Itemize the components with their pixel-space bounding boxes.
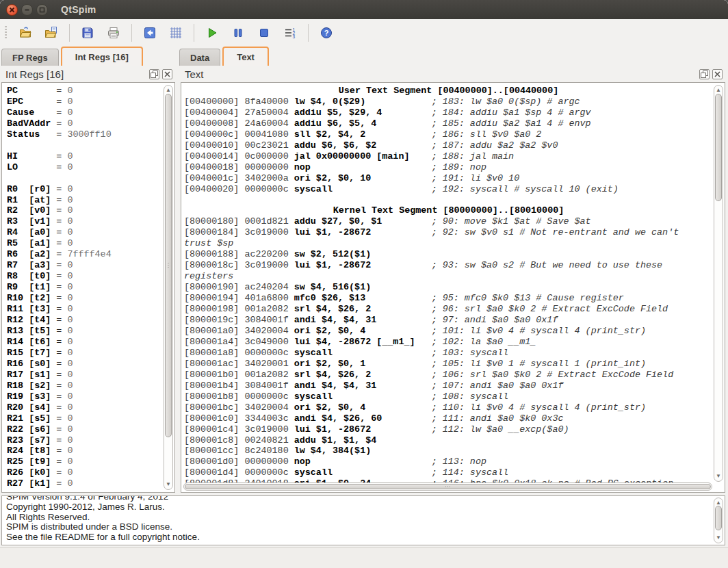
float-icon [701,70,708,78]
code-line: [80000180] 0001d821 addu $27, $0, $1 ; 9… [184,216,713,227]
minimize-window-button[interactable] [21,4,33,16]
code-line: [80000198] 001a2082 srl $4, $26, 2 ; 96:… [184,304,713,315]
folder-document-icon[interactable] [42,24,60,42]
numbered-list-icon[interactable]: 123 [281,24,299,42]
open-folder-icon[interactable] [16,24,34,42]
toolbar-drag-handle[interactable] [5,26,7,40]
help-icon[interactable]: ? [317,24,335,42]
register-list: PC = 0EPC = 0Cause = 0BadVAddr = 0Status… [2,83,163,492]
text-panel: User Text Segment [00400000]..[00440000]… [181,82,725,493]
int-regs-float-button[interactable] [149,69,159,79]
code-line: [00400018] 00000000 nop ; 189: nop [184,162,713,173]
right-tabbar: DataText [179,47,271,66]
register-row: R21 [s5] = 0 [7,413,163,424]
scroll-down-arrow-icon[interactable]: ▼ [714,474,723,479]
code-line: [800001a8] 0000000c syscall ; 103: sysca… [184,348,713,359]
maximize-window-button[interactable] [36,4,48,16]
code-line: [800001c4] 3c019000 lui $1, -28672 ; 112… [184,424,713,435]
grid-icon[interactable] [167,24,185,42]
toolbar: 123? [0,19,728,47]
toolbar-separator [308,24,309,42]
toolbar-separator [194,24,194,42]
tab-row: FP RegsInt Regs [16] DataText [0,47,728,66]
code-line: [00400014] 0c000000 jal 0x00000000 [main… [184,151,713,162]
text-horizontal-thumb[interactable] [185,484,711,489]
scrollbar-grip [168,263,169,268]
status-bar [0,547,728,568]
register-row: R8 [t0] = 0 [7,271,163,282]
code-line: [8000018c] 3c019000 lui $1, -28672 ; 93:… [184,260,713,271]
code-line: [00400008] 24a60004 addiu $6, $5, 4 ; 18… [184,118,713,129]
tab-data[interactable]: Data [179,49,220,66]
register-row: R18 [s2] = 0 [7,380,163,391]
registers-scrollbar-thumb[interactable] [165,94,172,437]
code-line: [800001a0] 34020004 ori $2, $0, 4 ; 101:… [184,326,713,337]
register-row: R19 [s3] = 0 [7,391,163,402]
toolbar-items: 123? [12,24,339,42]
code-line: [80000188] ac220200 sw $2, 512($1) [184,249,713,260]
int-regs-panel: PC = 0EPC = 0Cause = 0BadVAddr = 0Status… [1,82,175,493]
message-line: All Rights Reserved. [6,513,725,523]
int-regs-close-button[interactable] [162,69,172,79]
register-row: R1 [at] = 0 [7,195,163,206]
titlebar[interactable]: QtSpim [0,0,728,19]
scrollbar-grip [445,486,451,487]
float-icon [151,70,158,78]
messages-scrollbar-thumb[interactable] [715,506,722,530]
register-row: R3 [v1] = 0 [7,216,163,227]
message-area[interactable]: SPIM Version 9.1.4 of February 4, 2012Co… [1,495,725,545]
register-spacer [7,140,163,151]
toolbar-separator [69,24,70,42]
text-vertical-scrollbar[interactable]: ▲ ▼ [714,85,723,482]
text-float-button[interactable] [699,69,710,79]
registers-vertical-scrollbar[interactable]: ▲ ▼ [164,85,173,490]
register-row: Cause = 0 [7,107,163,118]
scroll-down-arrow-icon[interactable]: ▼ [714,535,723,541]
message-line: Copyright 1990-2012, James R. Larus. [6,502,725,513]
scroll-up-arrow-icon[interactable]: ▲ [714,500,723,506]
register-row: R24 [t8] = 0 [7,446,163,456]
register-row: R14 [t6] = 0 [7,337,163,348]
code-line: [800001b0] 001a2082 srl $4, $26, 2 ; 106… [184,370,713,380]
tab-fp-regs[interactable]: FP Regs [1,49,59,66]
code-line: [0040000c] 00041080 sll $2, $4, 2 ; 186:… [184,129,713,140]
code-line: [800001d4] 0000000c syscall ; 114: sysca… [184,467,713,478]
code-line: [800001b4] 3084001f andi $4, $4, 31 ; 10… [184,380,713,391]
code-line: [00400000] 8fa40000 lw $4, 0($29) ; 183:… [184,96,713,107]
close-window-button[interactable] [6,4,18,16]
print-icon[interactable] [105,24,122,42]
code-line: [80000190] ac240204 sw $4, 516($1) [184,282,713,293]
blank-line [184,195,713,206]
left-arrow-icon[interactable] [141,24,159,42]
register-row: EPC = 0 [7,96,163,107]
text-scrollbar-thumb[interactable] [715,94,722,201]
text-close-button[interactable] [712,69,723,79]
close-icon [9,7,15,13]
register-row: R11 [t3] = 0 [7,304,163,315]
text-horizontal-scrollbar[interactable] [183,482,712,491]
segment-header: User Text Segment [00400000]..[00440000] [184,86,713,96]
code-line: [80000194] 401a6800 mfc0 $26, $13 ; 95: … [184,293,713,304]
register-spacer [7,173,163,184]
tab-text[interactable]: Text [222,47,269,66]
code-line: [00400010] 00c23021 addu $6, $6, $2 ; 18… [184,140,713,151]
scroll-down-arrow-icon[interactable]: ▼ [164,482,172,487]
int-regs-dock-header[interactable]: Int Regs [16] [1,66,175,82]
code-line: [00400004] 27a50004 addiu $5, $29, 4 ; 1… [184,107,713,118]
code-line: [800001bc] 34020004 ori $2, $0, 4 ; 110:… [184,402,713,413]
messages-vertical-scrollbar[interactable]: ▲ ▼ [714,498,723,543]
code-area[interactable]: User Text Segment [00400000]..[00440000]… [181,83,713,482]
scroll-up-arrow-icon[interactable]: ▲ [714,88,723,93]
code-line: [800001cc] 8c240180 lw $4, 384($1) [184,446,713,456]
tab-int-regs-16[interactable]: Int Regs [16] [61,47,143,66]
register-row: PC = 0 [7,86,163,96]
scroll-up-arrow-icon[interactable]: ▲ [164,88,172,93]
register-row: R5 [a1] = 0 [7,238,163,249]
maximize-icon [39,7,45,13]
code-line: [800001d0] 00000000 nop ; 113: nop [184,456,713,467]
run-play-icon[interactable] [203,24,221,42]
stop-icon[interactable] [255,24,273,42]
save-icon[interactable] [79,24,96,42]
pause-icon[interactable] [229,24,247,42]
text-dock-header[interactable]: Text [179,66,725,82]
